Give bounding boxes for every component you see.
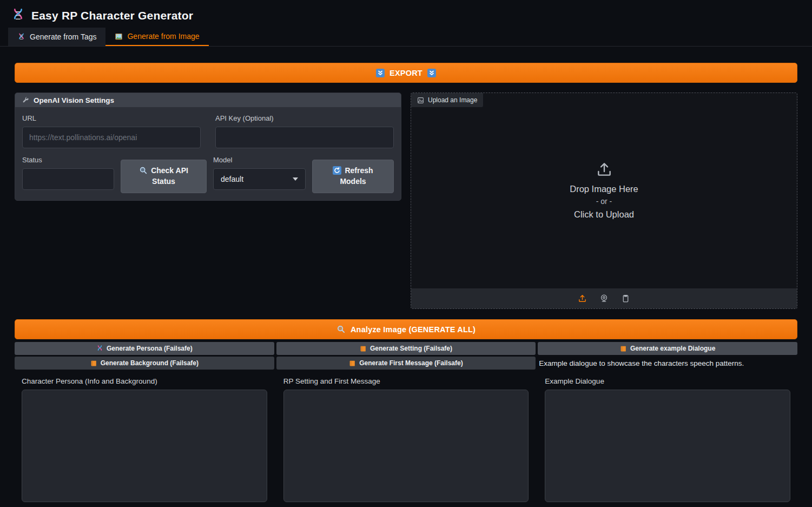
page-title: Easy RP Character Generator — [31, 9, 193, 22]
settings-panel-header: OpenAI Vision Settings — [15, 93, 401, 107]
generate-first-message-button[interactable]: Generate First Message (Failsafe) — [276, 357, 536, 370]
tab-bar: Generate from Tags Generate from Image — [0, 28, 812, 47]
image-source-bar — [411, 288, 797, 308]
dialogue-column: Generate example Dialogue Example dialog… — [538, 342, 797, 504]
clipboard-icon — [621, 294, 630, 303]
refresh-models-button[interactable]: Refresh Models — [312, 160, 394, 193]
webcam-icon — [599, 294, 609, 303]
generate-example-dialogue-button[interactable]: Generate example Dialogue — [538, 342, 797, 355]
drop-image-here-text: Drop Image Here — [570, 182, 638, 196]
upload-tab-label: Upload an Image — [428, 96, 477, 104]
status-input[interactable] — [22, 168, 114, 190]
main-content: EXPORT OpenAI Vision Settings URL — [0, 63, 812, 504]
openai-vision-settings-panel: OpenAI Vision Settings URL API Key (Opti… — [15, 93, 401, 201]
magnifier-icon — [336, 325, 346, 334]
setting-column: Generate Setting (Failsafe) Generate Fir… — [276, 342, 536, 504]
app-header: Easy RP Character Generator — [0, 0, 812, 28]
upload-an-image-tab[interactable]: Upload an Image — [411, 93, 483, 107]
generate-background-label: Generate Background (Failsafe) — [101, 359, 199, 367]
model-select-value: default — [221, 175, 243, 183]
status-label: Status — [22, 156, 114, 164]
example-dialogue-label: Example Dialogue — [545, 377, 790, 385]
export-button-label: EXPORT — [390, 69, 422, 77]
model-select[interactable]: default — [213, 168, 306, 190]
chevron-down-icon — [293, 177, 298, 181]
generator-grid: Generate Persona (Failsafe) Generate Bac… — [15, 342, 797, 504]
image-drop-zone[interactable]: Drop Image Here - or - Click to Upload — [411, 93, 797, 288]
analyze-image-button[interactable]: Analyze Image (GENERATE ALL) — [15, 319, 797, 339]
example-dialogue-note: Example dialogue to showcase the charact… — [538, 357, 797, 370]
tab-generate-from-tags[interactable]: Generate from Tags — [8, 28, 105, 46]
url-label: URL — [22, 114, 201, 122]
check-api-status-button[interactable]: Check API Status — [121, 160, 207, 193]
generate-background-button[interactable]: Generate Background (Failsafe) — [15, 357, 274, 370]
rp-setting-textarea[interactable] — [283, 390, 529, 502]
generate-example-dialogue-label: Generate example Dialogue — [630, 345, 715, 352]
orange-book-icon — [349, 360, 356, 367]
generate-persona-button[interactable]: Generate Persona (Failsafe) — [15, 342, 274, 355]
webcam-source-button[interactable] — [599, 294, 609, 304]
double-down-arrow-icon — [376, 69, 385, 77]
api-key-label: API Key (Optional) — [215, 114, 394, 122]
generate-setting-label: Generate Setting (Failsafe) — [370, 345, 452, 352]
orange-book-icon — [360, 345, 367, 352]
double-down-arrow-icon — [427, 69, 436, 77]
export-button[interactable]: EXPORT — [15, 63, 797, 83]
analyze-image-label: Analyze Image (GENERATE ALL) — [351, 325, 476, 334]
example-dialogue-textarea[interactable] — [545, 390, 790, 502]
orange-book-icon — [620, 345, 627, 352]
settings-panel-body: URL API Key (Optional) Status Check API … — [15, 107, 401, 200]
generate-persona-label: Generate Persona (Failsafe) — [107, 345, 193, 352]
dna-icon — [17, 33, 25, 41]
character-persona-textarea[interactable] — [22, 390, 267, 502]
paste-source-button[interactable] — [621, 294, 630, 304]
api-key-input[interactable] — [215, 127, 394, 148]
tab-label: Generate from Image — [127, 32, 199, 41]
drop-or-text: - or - — [596, 195, 612, 207]
rp-setting-label: RP Setting and First Message — [283, 377, 529, 385]
character-persona-label: Character Persona (Info and Background) — [22, 377, 267, 385]
tab-generate-from-image[interactable]: Generate from Image — [105, 28, 208, 46]
model-label: Model — [213, 156, 306, 164]
dna-icon — [96, 345, 103, 352]
upload-arrow-icon — [578, 294, 587, 303]
persona-column: Generate Persona (Failsafe) Generate Bac… — [15, 342, 274, 504]
settings-panel-title: OpenAI Vision Settings — [34, 96, 114, 104]
click-to-upload-text: Click to Upload — [574, 208, 634, 221]
wrench-icon — [22, 96, 29, 104]
magnifier-icon — [139, 166, 148, 175]
generate-setting-button[interactable]: Generate Setting (Failsafe) — [276, 342, 536, 355]
refresh-models-label: Refresh Models — [340, 166, 373, 186]
check-api-status-label: Check API Status — [151, 166, 188, 186]
tab-label: Generate from Tags — [30, 32, 96, 41]
upload-source-button[interactable] — [578, 294, 587, 304]
url-input[interactable] — [22, 127, 201, 148]
image-upload-panel: Upload an Image Drop Image Here - or - C… — [411, 93, 797, 309]
generate-first-message-label: Generate First Message (Failsafe) — [359, 359, 463, 367]
refresh-icon — [333, 166, 341, 175]
dna-logo-icon — [11, 8, 25, 23]
image-upload-icon — [417, 97, 424, 104]
framed-picture-icon — [115, 32, 123, 41]
upload-arrow-icon — [596, 161, 613, 178]
orange-book-icon — [90, 360, 97, 367]
